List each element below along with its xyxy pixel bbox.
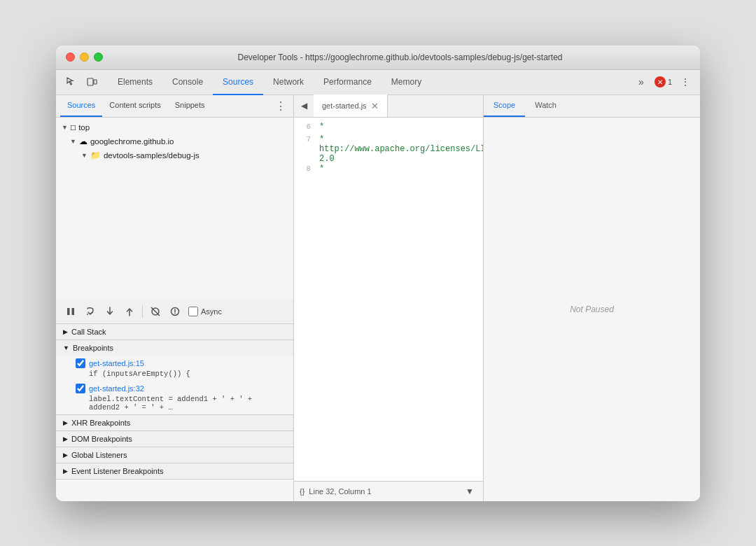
cloud-icon: ☁ <box>79 136 88 146</box>
status-bar: {} Line 32, Column 1 ▼ <box>294 481 483 501</box>
panels-area: ▶ Call Stack ▼ Breakpoints get-started.j… <box>56 324 293 501</box>
breakpoints-header[interactable]: ▼ Breakpoints <box>56 340 293 356</box>
breakpoint-checkbox-1[interactable] <box>76 358 85 368</box>
tree-arrow-domain-icon: ▼ <box>70 138 76 145</box>
call-stack-arrow-icon: ▶ <box>63 328 68 335</box>
right-panel: Scope Watch Not Paused <box>483 95 700 501</box>
main-layout: Sources Content scripts Snippets ⋮ ▼ □ t… <box>56 95 700 501</box>
xhr-arrow-icon: ▶ <box>63 419 68 426</box>
svg-rect-2 <box>67 308 70 315</box>
tab-memory[interactable]: Memory <box>382 71 431 95</box>
error-count: 1 <box>668 78 672 86</box>
tab-console[interactable]: Console <box>162 71 213 95</box>
svg-rect-0 <box>88 78 93 85</box>
tab-bar-icons <box>62 70 101 94</box>
dom-breakpoints-header[interactable]: ▶ DOM Breakpoints <box>56 431 293 447</box>
more-tabs-icon[interactable]: » <box>632 73 650 91</box>
tab-performance[interactable]: Performance <box>314 71 382 95</box>
toolbar-separator <box>142 305 143 318</box>
event-listener-breakpoints-header[interactable]: ▶ Event Listener Breakpoints <box>56 463 293 479</box>
cursor-position: Line 32, Column 1 <box>309 487 458 496</box>
tree-domain[interactable]: ▼ ☁ googlechrome.github.io <box>56 134 293 148</box>
tab-watch[interactable]: Watch <box>525 95 566 117</box>
file-tree: ▼ □ top ▼ ☁ googlechrome.github.io ▼ 📁 d… <box>56 118 293 300</box>
error-indicator[interactable]: ✕ 1 <box>654 76 672 88</box>
tab-sources[interactable]: Sources <box>213 71 263 95</box>
async-label: Async <box>188 307 222 316</box>
close-button[interactable] <box>66 52 75 62</box>
dom-arrow-icon: ▶ <box>63 435 68 442</box>
event-arrow-icon: ▶ <box>63 468 68 475</box>
code-tab-get-started[interactable]: get-started.js ✕ <box>314 94 388 117</box>
tab-network[interactable]: Network <box>263 71 314 95</box>
dom-breakpoints-section: ▶ DOM Breakpoints <box>56 431 293 447</box>
tab-bar-right: » ✕ 1 ⋮ <box>632 70 694 94</box>
debug-toolbar: Async <box>56 300 293 324</box>
xhr-breakpoints-section: ▶ XHR Breakpoints <box>56 415 293 431</box>
title-bar: Developer Tools - https://googlechrome.g… <box>56 46 700 70</box>
tree-top[interactable]: ▼ □ top <box>56 120 293 134</box>
folder-blue-icon: 📁 <box>90 150 101 160</box>
traffic-lights <box>66 52 103 62</box>
sources-tab-more-icon[interactable]: ⋮ <box>272 99 289 113</box>
window-title: Developer Tools - https://googlechrome.g… <box>110 52 690 62</box>
console-drawer-icon[interactable]: ▼ <box>462 484 477 499</box>
not-paused-text: Not Paused <box>484 118 700 501</box>
step-over-button[interactable] <box>81 302 99 321</box>
step-into-button[interactable] <box>101 302 119 321</box>
breakpoint-item-1: get-started.js:15 if (inputsAreEmpty()) … <box>56 356 293 381</box>
pause-on-exceptions-button[interactable] <box>166 302 184 321</box>
tree-arrow-folder-icon: ▼ <box>81 152 88 159</box>
main-tab-bar: Elements Console Sources Network Perform… <box>56 70 700 95</box>
left-panel: Sources Content scripts Snippets ⋮ ▼ □ t… <box>56 95 294 501</box>
global-listeners-header[interactable]: ▶ Global Listeners <box>56 447 293 463</box>
tab-sources-files[interactable]: Sources <box>60 94 102 117</box>
right-panel-tabs: Scope Watch <box>484 95 700 118</box>
breakpoint-code-2: label.textContent = addend1 + ' + ' + ad… <box>76 393 286 412</box>
code-content[interactable]: 6 * 7 * http://www.apache.org/licenses/L… <box>294 118 483 481</box>
tab-elements[interactable]: Elements <box>108 71 162 95</box>
svg-line-7 <box>151 307 160 316</box>
code-line-8: 8 * <box>294 164 483 176</box>
global-listeners-section: ▶ Global Listeners <box>56 447 293 463</box>
pause-button[interactable] <box>62 302 80 321</box>
maximize-button[interactable] <box>94 52 103 62</box>
minimize-button[interactable] <box>80 52 89 62</box>
breakpoint-checkbox-2[interactable] <box>76 384 85 393</box>
event-listener-breakpoints-section: ▶ Event Listener Breakpoints <box>56 463 293 479</box>
tree-arrow-icon: ▼ <box>62 124 68 131</box>
code-tabs: ◀ get-started.js ✕ <box>294 95 483 118</box>
global-arrow-icon: ▶ <box>63 451 68 458</box>
inspect-icon[interactable] <box>62 73 80 91</box>
breakpoint-code-1: if (inputsAreEmpty()) { <box>76 368 286 378</box>
device-toolbar-icon[interactable] <box>83 73 101 91</box>
breakpoint-file-1[interactable]: get-started.js:15 <box>76 358 286 368</box>
tab-content-scripts[interactable]: Content scripts <box>102 94 167 117</box>
async-text: Async <box>201 307 222 316</box>
step-out-button[interactable] <box>120 302 139 321</box>
breakpoints-arrow-icon: ▼ <box>63 344 69 351</box>
svg-rect-1 <box>94 80 97 84</box>
svg-rect-3 <box>72 308 75 315</box>
breakpoint-file-2[interactable]: get-started.js:32 <box>76 384 286 393</box>
devtools-window: Developer Tools - https://googlechrome.g… <box>56 46 700 501</box>
code-editor: ◀ get-started.js ✕ 6 * 7 * http://www.ap… <box>294 95 483 501</box>
tab-snippets[interactable]: Snippets <box>168 94 212 117</box>
sources-sub-tabs: Sources Content scripts Snippets ⋮ <box>56 95 293 118</box>
settings-icon[interactable]: ⋮ <box>676 73 694 91</box>
code-tab-close-icon[interactable]: ✕ <box>371 101 379 111</box>
tree-folder[interactable]: ▼ 📁 devtools-samples/debug-js <box>56 148 293 162</box>
breakpoints-section: ▼ Breakpoints get-started.js:15 if (inpu… <box>56 340 293 415</box>
tab-scope[interactable]: Scope <box>484 95 525 117</box>
code-line-7: 7 * http://www.apache.org/licenses/LICEN… <box>294 134 483 164</box>
breakpoint-item-2: get-started.js:32 label.textContent = ad… <box>56 381 293 414</box>
call-stack-header[interactable]: ▶ Call Stack <box>56 324 293 340</box>
async-checkbox[interactable] <box>188 307 198 316</box>
xhr-breakpoints-header[interactable]: ▶ XHR Breakpoints <box>56 415 293 430</box>
code-tab-scroll-left-icon[interactable]: ◀ <box>294 94 314 117</box>
deactivate-breakpoints-button[interactable] <box>146 302 164 321</box>
error-icon: ✕ <box>657 78 663 86</box>
folder-icon: □ <box>71 122 76 132</box>
call-stack-section: ▶ Call Stack <box>56 324 293 340</box>
pretty-print-button[interactable]: {} <box>300 487 304 496</box>
